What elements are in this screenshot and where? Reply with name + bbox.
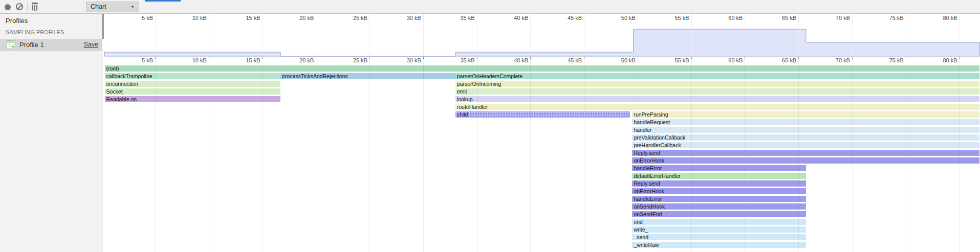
flame-ruler-label: 50 kB	[606, 57, 636, 63]
overview-ruler-label: 15 kB	[231, 15, 260, 21]
flame-bar[interactable]: (root)	[105, 65, 980, 72]
flame-bar[interactable]: handleError	[632, 165, 805, 171]
overview-ruler-label: 75 kB	[874, 15, 904, 21]
flame-ruler-label: 45 kB	[552, 57, 582, 63]
chart-view-select[interactable]: Chart ▼	[86, 2, 139, 12]
overview-ruler-label: 45 kB	[552, 15, 582, 21]
flame-ruler-label: 5 kB	[123, 57, 153, 63]
overview-ruler-label: 55 kB	[660, 15, 689, 21]
overview-gridline-dash	[584, 23, 584, 56]
delete-profile-icon[interactable]	[31, 3, 38, 11]
record-button[interactable]	[5, 4, 11, 10]
sampling-profiles-section-label: SAMPLING PROFILES	[6, 29, 64, 35]
flame-bar[interactable]: _writeRaw	[632, 242, 805, 248]
toolbar: Chart ▼	[0, 0, 980, 14]
flame-ruler-label: 30 kB	[391, 57, 421, 63]
flame-ruler-label: 35 kB	[445, 57, 475, 63]
flame-bar[interactable]: parserOnIncoming	[455, 81, 980, 87]
overview-gridline-dash	[263, 23, 263, 56]
flame-bar[interactable]: child	[455, 111, 630, 118]
overview-gridline-dash	[316, 23, 316, 56]
flame-gridline	[316, 57, 316, 252]
overview-gridline-dash	[960, 23, 960, 56]
flame-gridline	[263, 57, 263, 252]
flame-bar[interactable]: handler	[632, 127, 979, 133]
flame-bar[interactable]: preValidationCallback	[632, 134, 979, 141]
flame-bar[interactable]: end	[632, 219, 805, 225]
flame-bar[interactable]: write_	[632, 226, 805, 233]
overview-ruler-label: 60 kB	[713, 15, 743, 21]
sidebar-item-profile-1[interactable]: % Profile 1 Save	[0, 39, 102, 51]
flame-bar[interactable]: processTicksAndRejections	[280, 73, 455, 79]
overview-ruler-label: 20 kB	[284, 15, 314, 21]
top-accent-line	[145, 0, 181, 2]
flame-bar[interactable]: onErrorHook	[632, 157, 979, 164]
flame-bar[interactable]: defaultErrorHandler	[632, 173, 805, 179]
overview-gridline-dash	[423, 23, 424, 56]
flame-bar[interactable]: Reply.send	[632, 150, 979, 156]
overview-gridline-dash	[906, 23, 906, 56]
flame-ruler-label: 20 kB	[284, 57, 314, 63]
flame-bar[interactable]: _send	[632, 234, 805, 240]
overview-ruler-label: 40 kB	[498, 15, 528, 21]
overview-gridline-dash	[638, 23, 638, 56]
overview-ruler-label: 10 kB	[177, 15, 207, 21]
profile-name: Profile 1	[19, 41, 44, 49]
overview-gridline-dash	[798, 23, 799, 56]
flame-gridline	[960, 57, 960, 252]
flame-bar[interactable]: runPreParsing	[632, 111, 979, 118]
flame-bar[interactable]: onSendHook	[632, 203, 805, 210]
flame-ruler-label: 70 kB	[820, 57, 850, 63]
overview-gridline-dash	[477, 23, 477, 56]
flame-bar[interactable]: onSendEnd	[632, 211, 805, 217]
toolbar-separator	[27, 3, 28, 11]
flame-gridline	[155, 57, 156, 252]
flame-ruler-label: 10 kB	[177, 57, 207, 63]
flame-bar[interactable]: callbackTrampoline	[105, 73, 281, 79]
flame-gridline	[530, 57, 531, 252]
overview-gridline-dash	[691, 23, 692, 56]
overview-gridline-dash	[530, 23, 531, 56]
flame-ruler-label: 40 kB	[498, 57, 528, 63]
flame-bar[interactable]: emit	[455, 88, 980, 95]
flame-bar[interactable]: lookup	[455, 96, 980, 102]
chart-pane[interactable]: 5 kB5 kB10 kB10 kB15 kB15 kB20 kB20 kB25…	[104, 14, 980, 252]
overview-gridline-dash	[745, 23, 745, 56]
flame-bar[interactable]: parserOnHeadersComplete	[455, 73, 980, 79]
overview-gridline-dash	[155, 23, 156, 56]
profiles-heading: Profiles	[6, 17, 28, 25]
flame-gridline	[638, 57, 638, 252]
overview-gridline-dash	[369, 23, 370, 56]
flame-bar[interactable]: Reply.send	[632, 180, 805, 187]
chevron-down-icon: ▼	[130, 2, 135, 12]
flame-gridline	[423, 57, 424, 252]
overview-gridline-dash	[209, 23, 209, 56]
flame-bar[interactable]: handleRequest	[632, 119, 979, 125]
flame-gridline	[691, 57, 692, 252]
flame-bar[interactable]: onErrorHook	[632, 188, 805, 194]
overview-ruler-label: 35 kB	[445, 15, 475, 21]
clear-icon[interactable]	[16, 3, 23, 10]
profiler-app: Chart ▼ Profiles SAMPLING PROFILES % Pro…	[0, 0, 980, 252]
chart-view-select-value: Chart	[91, 3, 106, 10]
flame-bar[interactable]: Socket	[105, 88, 281, 95]
flame-gridline	[745, 57, 745, 252]
flame-gridline	[477, 57, 477, 252]
flame-gridline	[209, 57, 209, 252]
flame-bar[interactable]: preHandlerCallback	[632, 142, 979, 148]
sidebar: Profiles SAMPLING PROFILES % Profile 1 S…	[0, 14, 102, 252]
overview-ruler-label: 50 kB	[606, 15, 636, 21]
save-link[interactable]: Save	[84, 41, 99, 48]
flame-ruler-label: 55 kB	[660, 57, 689, 63]
flame-ruler-label: 75 kB	[874, 57, 904, 63]
scrollbar-thumb[interactable]	[102, 14, 104, 39]
toolbar-divider	[83, 0, 83, 14]
overview-ruler-label: 80 kB	[928, 15, 957, 21]
flame-bar[interactable]: handleError	[632, 196, 805, 202]
flame-gridline	[584, 57, 584, 252]
flame-ruler-label: 15 kB	[231, 57, 260, 63]
overview-ruler-label: 70 kB	[820, 15, 850, 21]
flame-bar[interactable]: Readable.on	[105, 96, 281, 102]
flame-bar[interactable]: onconnection	[105, 81, 281, 87]
flame-bar[interactable]: routeHandler	[455, 104, 980, 110]
